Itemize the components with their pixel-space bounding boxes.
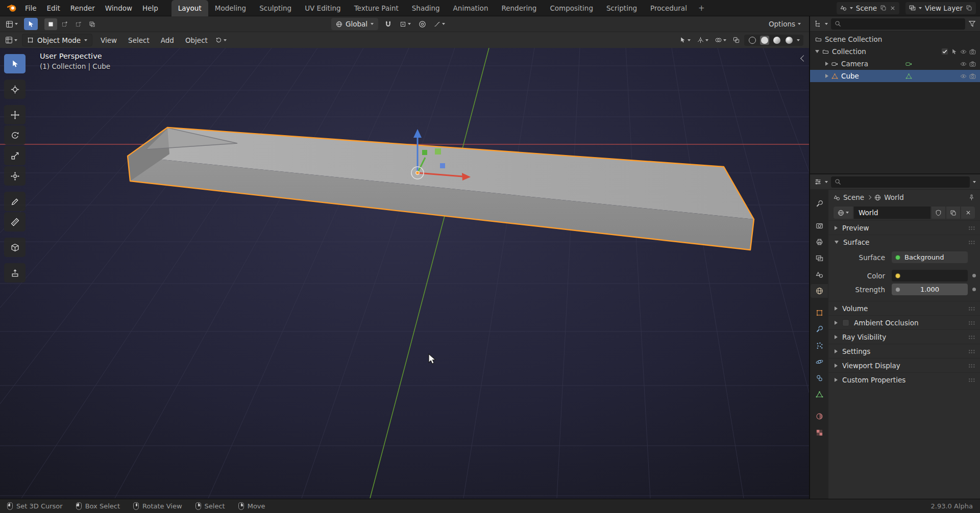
editor-type-dropdown[interactable] — [4, 19, 19, 29]
tool-rotate[interactable] — [4, 125, 26, 145]
tab-particles[interactable] — [811, 339, 828, 352]
shading-material-preview[interactable] — [772, 36, 781, 45]
drag-dots-icon[interactable] — [968, 240, 975, 244]
tab-layout[interactable]: Layout — [172, 0, 208, 16]
tool-extrude[interactable] — [4, 263, 26, 283]
shading-solid[interactable] — [760, 36, 769, 45]
panel-settings-header[interactable]: Settings — [828, 344, 980, 358]
tab-physics[interactable] — [811, 355, 828, 369]
tab-rendering[interactable]: Rendering — [495, 0, 543, 16]
show-gizmo-toggle[interactable] — [695, 36, 710, 44]
gizmo-plane-handle-green[interactable] — [435, 148, 441, 155]
tool-annotate[interactable] — [4, 192, 26, 211]
tool-scale[interactable] — [4, 146, 26, 165]
browse-world-button[interactable] — [834, 207, 853, 219]
options-dropdown[interactable]: Options — [769, 20, 805, 28]
tab-texture-paint[interactable]: Texture Paint — [348, 0, 405, 16]
tab-constraints[interactable] — [811, 371, 828, 385]
ambient-occlusion-checkbox[interactable] — [842, 319, 849, 326]
viewport-3d[interactable]: User Perspective (1) Collection | Cube — [0, 48, 809, 499]
panel-custom-properties-header[interactable]: Custom Properties — [828, 373, 980, 387]
unlink-world-button[interactable] — [961, 207, 975, 219]
tool-add-cube[interactable] — [4, 238, 26, 257]
tab-uv-editing[interactable]: UV Editing — [298, 0, 347, 16]
unlink-scene-icon[interactable] — [890, 5, 896, 11]
menu-window[interactable]: Window — [100, 0, 137, 16]
hide-eye-icon[interactable] — [960, 61, 967, 67]
blender-logo-icon[interactable] — [4, 0, 20, 16]
menu-select[interactable]: Select — [123, 32, 155, 48]
panel-ambient-occlusion-header[interactable]: Ambient Occlusion — [828, 316, 980, 329]
object-visibility-dropdown[interactable] — [677, 36, 693, 44]
tab-world[interactable] — [811, 284, 828, 298]
world-name-field[interactable]: World — [854, 207, 930, 219]
drag-dots-icon[interactable] — [968, 306, 975, 311]
add-workspace-button[interactable]: + — [694, 0, 709, 16]
surface-shader-dropdown[interactable]: Background — [892, 251, 968, 263]
filter-funnel-icon[interactable] — [968, 20, 976, 28]
tab-view-layer[interactable] — [811, 251, 828, 265]
select-mode-intersect[interactable] — [86, 18, 99, 30]
transform-orientation-dropdown[interactable]: Global — [331, 18, 378, 30]
outliner-row-camera[interactable]: Camera — [810, 58, 980, 70]
outliner-search[interactable] — [831, 18, 965, 30]
tab-shading[interactable]: Shading — [405, 0, 447, 16]
snap-target-dropdown[interactable] — [398, 20, 412, 29]
scene-selector[interactable]: Scene — [837, 2, 899, 14]
tab-compositing[interactable]: Compositing — [543, 0, 600, 16]
outliner-search-input[interactable] — [844, 20, 962, 28]
transform-history-dropdown[interactable] — [214, 36, 228, 44]
outliner-editor-icon[interactable] — [814, 20, 822, 28]
strength-slider[interactable]: 1.000 — [892, 284, 968, 295]
snap-toggle[interactable] — [383, 19, 394, 29]
panel-preview-header[interactable]: Preview — [828, 221, 980, 235]
tab-object-data[interactable] — [811, 388, 828, 401]
disable-render-camera-icon[interactable] — [969, 48, 976, 55]
tab-scripting[interactable]: Scripting — [600, 0, 644, 16]
tab-procedural[interactable]: Procedural — [644, 0, 694, 16]
menu-add[interactable]: Add — [156, 32, 179, 48]
menu-render[interactable]: Render — [65, 0, 100, 16]
drag-dots-icon[interactable] — [968, 349, 975, 353]
tab-output[interactable] — [811, 235, 828, 249]
proportional-falloff-dropdown[interactable] — [432, 20, 447, 29]
tool-move[interactable] — [4, 105, 26, 124]
tab-render[interactable] — [811, 219, 828, 233]
shading-wireframe[interactable] — [748, 36, 757, 45]
fake-user-button[interactable] — [932, 207, 945, 219]
select-mode-subtract[interactable] — [72, 18, 85, 30]
tool-select-box[interactable] — [4, 54, 26, 73]
tab-modeling[interactable]: Modeling — [208, 0, 253, 16]
breadcrumb-scene[interactable]: Scene — [834, 193, 864, 201]
panel-volume-header[interactable]: Volume — [828, 301, 980, 315]
tab-tool[interactable] — [811, 197, 828, 211]
properties-editor-icon[interactable] — [814, 178, 822, 186]
shading-rendered[interactable] — [785, 36, 794, 45]
world-color-swatch[interactable] — [892, 270, 968, 281]
show-overlays-toggle[interactable] — [713, 36, 728, 44]
tab-material[interactable] — [811, 409, 828, 423]
disable-render-camera-icon[interactable] — [969, 61, 976, 67]
outliner-row-cube[interactable]: Cube — [810, 70, 980, 82]
pin-id-button[interactable] — [968, 194, 975, 201]
viewport-editor-type-dropdown[interactable] — [4, 35, 19, 45]
tab-sculpting[interactable]: Sculpting — [253, 0, 298, 16]
tool-transform[interactable] — [4, 166, 26, 186]
select-mode-new[interactable] — [44, 18, 57, 30]
tab-modifiers[interactable] — [811, 322, 828, 336]
menu-view[interactable]: View — [95, 32, 122, 48]
tab-texture[interactable] — [811, 426, 828, 440]
animate-dot-icon[interactable] — [972, 288, 976, 291]
select-mode-extend[interactable] — [58, 18, 71, 30]
hide-eye-icon[interactable] — [960, 48, 967, 55]
panel-surface-header[interactable]: Surface — [828, 235, 980, 249]
tab-object[interactable] — [811, 306, 828, 320]
properties-search[interactable] — [831, 176, 970, 188]
exclude-checkbox[interactable] — [941, 48, 948, 55]
hide-eye-icon[interactable] — [960, 73, 967, 80]
outliner-row-collection[interactable]: Collection — [810, 45, 980, 58]
breadcrumb-world[interactable]: World — [874, 193, 904, 201]
drag-dots-icon[interactable] — [968, 226, 975, 230]
panel-ray-visibility-header[interactable]: Ray Visibility — [828, 330, 980, 344]
panel-viewport-display-header[interactable]: Viewport Display — [828, 358, 980, 372]
